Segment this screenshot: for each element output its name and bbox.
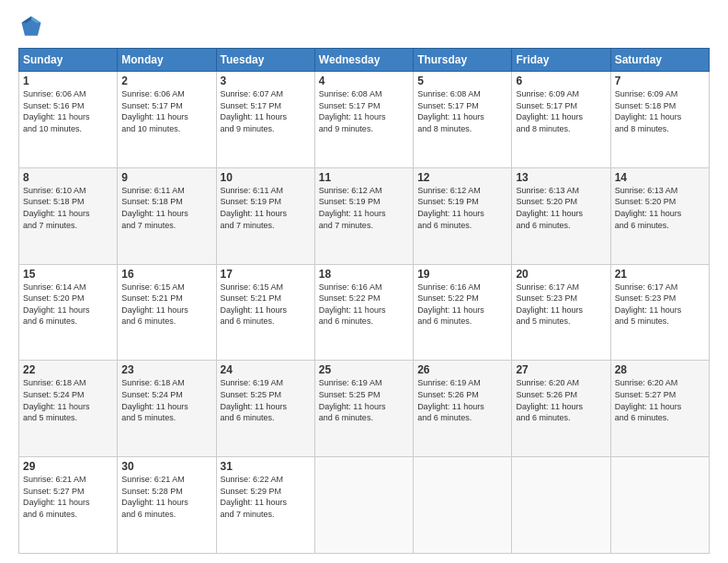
calendar-cell: 4Sunrise: 6:08 AMSunset: 5:17 PMDaylight…	[314, 72, 413, 168]
day-number: 3	[221, 75, 311, 87]
day-number: 31	[221, 460, 311, 473]
calendar-cell: 7Sunrise: 6:09 AMSunset: 5:18 PMDaylight…	[610, 72, 709, 168]
day-number: 5	[417, 75, 507, 87]
day-info: Sunrise: 6:21 AMSunset: 5:28 PMDaylight:…	[121, 474, 211, 520]
header-row: SundayMondayTuesdayWednesdayThursdayFrid…	[19, 49, 710, 72]
day-info: Sunrise: 6:20 AMSunset: 5:26 PMDaylight:…	[516, 377, 606, 423]
calendar-cell: 14Sunrise: 6:13 AMSunset: 5:20 PMDayligh…	[610, 167, 709, 264]
day-info: Sunrise: 6:15 AMSunset: 5:21 PMDaylight:…	[121, 282, 211, 327]
calendar-cell: 31Sunrise: 6:22 AMSunset: 5:29 PMDayligh…	[216, 457, 314, 554]
logo	[18, 15, 48, 40]
day-number: 11	[319, 171, 409, 184]
day-info: Sunrise: 6:21 AMSunset: 5:27 PMDaylight:…	[23, 474, 113, 520]
calendar-cell	[512, 457, 610, 554]
day-info: Sunrise: 6:17 AMSunset: 5:23 PMDaylight:…	[615, 282, 705, 327]
day-info: Sunrise: 6:09 AMSunset: 5:18 PMDaylight:…	[615, 88, 705, 134]
day-number: 21	[615, 268, 705, 281]
calendar-cell: 25Sunrise: 6:19 AMSunset: 5:25 PMDayligh…	[314, 361, 413, 457]
day-number: 7	[615, 75, 705, 87]
day-info: Sunrise: 6:12 AMSunset: 5:19 PMDaylight:…	[417, 185, 507, 231]
day-number: 6	[516, 75, 606, 87]
calendar-cell: 27Sunrise: 6:20 AMSunset: 5:26 PMDayligh…	[512, 361, 610, 457]
calendar-week: 1Sunrise: 6:06 AMSunset: 5:16 PMDaylight…	[19, 72, 710, 168]
header-day: Monday	[118, 49, 216, 72]
day-number: 19	[417, 268, 507, 281]
day-info: Sunrise: 6:08 AMSunset: 5:17 PMDaylight:…	[319, 88, 409, 134]
day-number: 20	[516, 268, 606, 281]
header-day: Tuesday	[216, 49, 314, 72]
day-number: 16	[121, 268, 211, 281]
day-info: Sunrise: 6:22 AMSunset: 5:29 PMDaylight:…	[221, 474, 311, 520]
day-info: Sunrise: 6:11 AMSunset: 5:18 PMDaylight:…	[121, 185, 211, 231]
day-info: Sunrise: 6:18 AMSunset: 5:24 PMDaylight:…	[121, 377, 211, 423]
day-info: Sunrise: 6:11 AMSunset: 5:19 PMDaylight:…	[221, 185, 311, 231]
calendar-cell: 6Sunrise: 6:09 AMSunset: 5:17 PMDaylight…	[512, 72, 610, 168]
day-number: 26	[417, 363, 507, 376]
day-number: 30	[121, 460, 211, 473]
day-info: Sunrise: 6:09 AMSunset: 5:17 PMDaylight:…	[516, 88, 606, 134]
day-number: 4	[319, 75, 409, 87]
header-day: Wednesday	[314, 49, 413, 72]
calendar-cell: 29Sunrise: 6:21 AMSunset: 5:27 PMDayligh…	[19, 457, 118, 554]
day-info: Sunrise: 6:16 AMSunset: 5:22 PMDaylight:…	[319, 282, 409, 327]
calendar-week: 29Sunrise: 6:21 AMSunset: 5:27 PMDayligh…	[19, 457, 710, 554]
calendar-cell: 10Sunrise: 6:11 AMSunset: 5:19 PMDayligh…	[216, 167, 314, 264]
calendar-header: SundayMondayTuesdayWednesdayThursdayFrid…	[19, 49, 710, 72]
day-info: Sunrise: 6:12 AMSunset: 5:19 PMDaylight:…	[319, 185, 409, 231]
day-info: Sunrise: 6:13 AMSunset: 5:20 PMDaylight:…	[516, 185, 606, 231]
day-info: Sunrise: 6:08 AMSunset: 5:17 PMDaylight:…	[417, 88, 507, 134]
calendar-cell: 21Sunrise: 6:17 AMSunset: 5:23 PMDayligh…	[610, 264, 709, 361]
day-number: 28	[615, 363, 705, 376]
day-number: 29	[23, 460, 113, 473]
day-number: 13	[516, 171, 606, 184]
day-info: Sunrise: 6:17 AMSunset: 5:23 PMDaylight:…	[516, 282, 606, 327]
day-info: Sunrise: 6:19 AMSunset: 5:26 PMDaylight:…	[417, 377, 507, 423]
calendar-cell: 23Sunrise: 6:18 AMSunset: 5:24 PMDayligh…	[118, 361, 216, 457]
day-info: Sunrise: 6:14 AMSunset: 5:20 PMDaylight:…	[23, 282, 113, 327]
day-info: Sunrise: 6:19 AMSunset: 5:25 PMDaylight:…	[221, 377, 311, 423]
calendar-week: 22Sunrise: 6:18 AMSunset: 5:24 PMDayligh…	[19, 361, 710, 457]
calendar-cell	[414, 457, 512, 554]
calendar-cell	[314, 457, 413, 554]
calendar-cell: 22Sunrise: 6:18 AMSunset: 5:24 PMDayligh…	[19, 361, 118, 457]
calendar-cell: 2Sunrise: 6:06 AMSunset: 5:17 PMDaylight…	[118, 72, 216, 168]
day-info: Sunrise: 6:06 AMSunset: 5:17 PMDaylight:…	[121, 88, 211, 134]
calendar-cell: 13Sunrise: 6:13 AMSunset: 5:20 PMDayligh…	[512, 167, 610, 264]
calendar-cell: 8Sunrise: 6:10 AMSunset: 5:18 PMDaylight…	[19, 167, 118, 264]
calendar-cell: 17Sunrise: 6:15 AMSunset: 5:21 PMDayligh…	[216, 264, 314, 361]
day-info: Sunrise: 6:13 AMSunset: 5:20 PMDaylight:…	[615, 185, 705, 231]
calendar-cell: 3Sunrise: 6:07 AMSunset: 5:17 PMDaylight…	[216, 72, 314, 168]
day-number: 25	[319, 363, 409, 376]
calendar: SundayMondayTuesdayWednesdayThursdayFrid…	[18, 48, 710, 554]
calendar-cell: 9Sunrise: 6:11 AMSunset: 5:18 PMDaylight…	[118, 167, 216, 264]
calendar-cell: 30Sunrise: 6:21 AMSunset: 5:28 PMDayligh…	[118, 457, 216, 554]
day-number: 18	[319, 268, 409, 281]
day-info: Sunrise: 6:19 AMSunset: 5:25 PMDaylight:…	[319, 377, 409, 423]
day-number: 2	[121, 75, 211, 87]
day-info: Sunrise: 6:20 AMSunset: 5:27 PMDaylight:…	[615, 377, 705, 423]
calendar-cell: 19Sunrise: 6:16 AMSunset: 5:22 PMDayligh…	[414, 264, 512, 361]
day-number: 12	[417, 171, 507, 184]
calendar-cell: 15Sunrise: 6:14 AMSunset: 5:20 PMDayligh…	[19, 264, 118, 361]
calendar-cell: 20Sunrise: 6:17 AMSunset: 5:23 PMDayligh…	[512, 264, 610, 361]
day-number: 17	[221, 268, 311, 281]
day-number: 9	[121, 171, 211, 184]
day-info: Sunrise: 6:15 AMSunset: 5:21 PMDaylight:…	[221, 282, 311, 327]
day-info: Sunrise: 6:18 AMSunset: 5:24 PMDaylight:…	[23, 377, 113, 423]
calendar-week: 8Sunrise: 6:10 AMSunset: 5:18 PMDaylight…	[19, 167, 710, 264]
logo-icon	[18, 15, 44, 40]
day-number: 27	[516, 363, 606, 376]
calendar-cell: 12Sunrise: 6:12 AMSunset: 5:19 PMDayligh…	[414, 167, 512, 264]
calendar-cell: 5Sunrise: 6:08 AMSunset: 5:17 PMDaylight…	[414, 72, 512, 168]
day-info: Sunrise: 6:10 AMSunset: 5:18 PMDaylight:…	[23, 185, 113, 231]
header-day: Sunday	[19, 49, 118, 72]
day-number: 15	[23, 268, 113, 281]
header-day: Friday	[512, 49, 610, 72]
day-number: 1	[23, 75, 113, 87]
page: SundayMondayTuesdayWednesdayThursdayFrid…	[0, 0, 728, 563]
calendar-cell: 24Sunrise: 6:19 AMSunset: 5:25 PMDayligh…	[216, 361, 314, 457]
day-number: 10	[221, 171, 311, 184]
day-number: 8	[23, 171, 113, 184]
header-day: Saturday	[610, 49, 709, 72]
calendar-cell	[610, 457, 709, 554]
